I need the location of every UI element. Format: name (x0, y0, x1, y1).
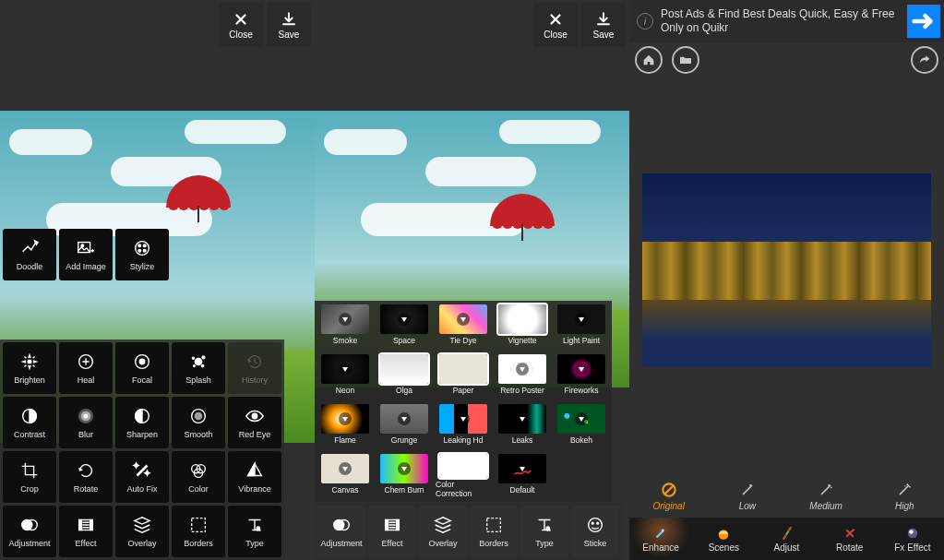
tool-add-image[interactable]: Add Image (59, 229, 113, 280)
tab-label: Scenes (709, 542, 739, 553)
svg-point-23 (195, 412, 201, 419)
close-button[interactable]: Close (219, 3, 263, 47)
tool-splash[interactable]: Splash (172, 342, 225, 394)
effect-retroposter[interactable]: Retro Poster (495, 354, 550, 399)
strength-row: OriginalLowMediumHigh (629, 473, 944, 518)
svg-point-11 (139, 359, 145, 364)
effect-canvas[interactable]: Canvas (317, 454, 373, 498)
effect-smoke[interactable]: Smoke (317, 304, 373, 349)
tool-overlay[interactable]: Overlay (115, 506, 169, 557)
tool-label: Sticke (584, 539, 607, 548)
tool-effect[interactable]: Effect (368, 506, 416, 557)
tool-sticker[interactable]: Sticke (571, 506, 619, 557)
tool-type[interactable]: aType (228, 506, 281, 557)
effect-thumb (439, 404, 487, 434)
svg-point-8 (28, 360, 31, 363)
svg-point-7 (143, 249, 146, 252)
download-icon (575, 313, 588, 326)
tool-borders[interactable]: Borders (172, 506, 225, 557)
ad-go-button[interactable] (907, 5, 940, 38)
effect-default[interactable]: Default (495, 454, 550, 498)
tool-label: Overlay (127, 539, 156, 548)
effect-vignette[interactable]: Vignette (495, 304, 550, 349)
effect-space[interactable]: Space (376, 304, 432, 349)
tool-label: Brighten (14, 375, 45, 385)
effect-label: Neon (336, 386, 354, 395)
strength-low[interactable]: Low (708, 473, 786, 518)
open-button[interactable] (672, 46, 699, 74)
tool-doodle[interactable]: Doodle (3, 229, 56, 280)
save-label: Save (593, 30, 615, 40)
close-label: Close (229, 30, 253, 40)
bottom-tool-row: AdjustmentEffectOverlayBordersaTypeStick… (315, 503, 622, 560)
effect-bokeh[interactable]: Bokeh (554, 404, 609, 448)
effect-leakinghd[interactable]: Leaking Hd (436, 404, 491, 448)
tool-focal[interactable]: Focal (115, 342, 169, 394)
share-button[interactable] (911, 46, 938, 74)
tool-heal[interactable]: Heal (59, 342, 113, 394)
effect-thumb (380, 404, 428, 434)
strength-label: High (895, 501, 914, 511)
effect-paper[interactable]: Paper (436, 354, 491, 399)
tool-grid: BrightenHealFocalSplashHistoryContrastBl… (0, 340, 284, 560)
svg-point-5 (143, 244, 146, 247)
tool-brighten[interactable]: Brighten (3, 342, 56, 394)
tool-smooth[interactable]: Smooth (172, 397, 225, 448)
tab-adjust[interactable]: Adjust (755, 518, 818, 560)
strength-high[interactable]: High (866, 473, 944, 518)
save-button[interactable]: Save (267, 3, 311, 47)
editor-screen-effects: Close Save Smoke Space Tie Dye Vignette … (315, 0, 629, 560)
tab-rotate[interactable]: Rotate (819, 518, 881, 560)
tool-borders[interactable]: Borders (470, 506, 518, 557)
effect-fireworks[interactable]: Fireworks (554, 354, 609, 399)
effect-olga[interactable]: Olga (376, 354, 432, 399)
top-tool-row: DoodleAdd ImageStylize (3, 229, 169, 280)
tool-history: History (228, 342, 281, 394)
tool-blur[interactable]: Blur (59, 397, 113, 448)
tab-enhance[interactable]: Enhance (629, 518, 692, 560)
home-button[interactable] (635, 46, 663, 74)
tool-effect[interactable]: Effect (59, 506, 113, 557)
tool-adjustment[interactable]: Adjustment (3, 506, 56, 557)
bottom-tabs: EnhanceScenesAdjustRotateFx Effect (629, 518, 944, 560)
tool-redeye[interactable]: Red Eye (228, 397, 281, 448)
ad-banner[interactable]: i Post Ads & Find Best Deals Quick, Easy… (629, 0, 944, 42)
svg-point-24 (252, 413, 257, 419)
effect-tiedye[interactable]: Tie Dye (436, 304, 491, 349)
tool-rotate[interactable]: Rotate (59, 451, 113, 503)
tool-label: Heal (78, 375, 95, 385)
effect-leaks[interactable]: Leaks (495, 404, 550, 448)
tool-type[interactable]: aType (520, 506, 568, 557)
effect-grunge[interactable]: Grunge (376, 404, 432, 448)
tool-contrast[interactable]: Contrast (3, 397, 56, 448)
effect-lightpaint[interactable]: Light Paint (554, 304, 609, 349)
tool-sharpen[interactable]: Sharpen (115, 397, 169, 448)
effect-neon[interactable]: Neon (317, 354, 373, 399)
tool-stylize[interactable]: Stylize (115, 229, 169, 280)
effect-chemburn[interactable]: Chem Burn (376, 454, 432, 498)
effect-label: Color Correction (436, 480, 491, 498)
tool-adjustment[interactable]: Adjustment (317, 506, 365, 557)
preview-image[interactable] (642, 173, 931, 367)
tool-label: Color (188, 484, 209, 494)
download-icon (339, 363, 352, 375)
download-icon (516, 412, 529, 425)
tool-crop[interactable]: Crop (3, 451, 56, 503)
effect-colorcorrection[interactable]: Color Correction (436, 454, 491, 498)
tool-color[interactable]: Color (172, 451, 225, 503)
download-icon (457, 412, 470, 425)
tab-label: Fx Effect (894, 542, 930, 553)
strength-original[interactable]: Original (629, 473, 708, 518)
effect-thumb (557, 354, 605, 384)
save-button[interactable]: Save (581, 3, 626, 47)
effect-flame[interactable]: Flame (317, 404, 373, 448)
tool-autofix[interactable]: Auto Fix (115, 451, 169, 503)
tab-fxeffect[interactable]: Fx Effect (881, 518, 944, 560)
effect-label: Leaks (512, 435, 533, 445)
tool-vibrance[interactable]: Vibrance (228, 451, 281, 503)
svg-point-3 (136, 242, 149, 256)
tab-scenes[interactable]: Scenes (692, 518, 755, 560)
tool-overlay[interactable]: Overlay (419, 506, 467, 557)
close-button[interactable]: Close (533, 3, 578, 47)
strength-medium[interactable]: Medium (787, 473, 866, 518)
